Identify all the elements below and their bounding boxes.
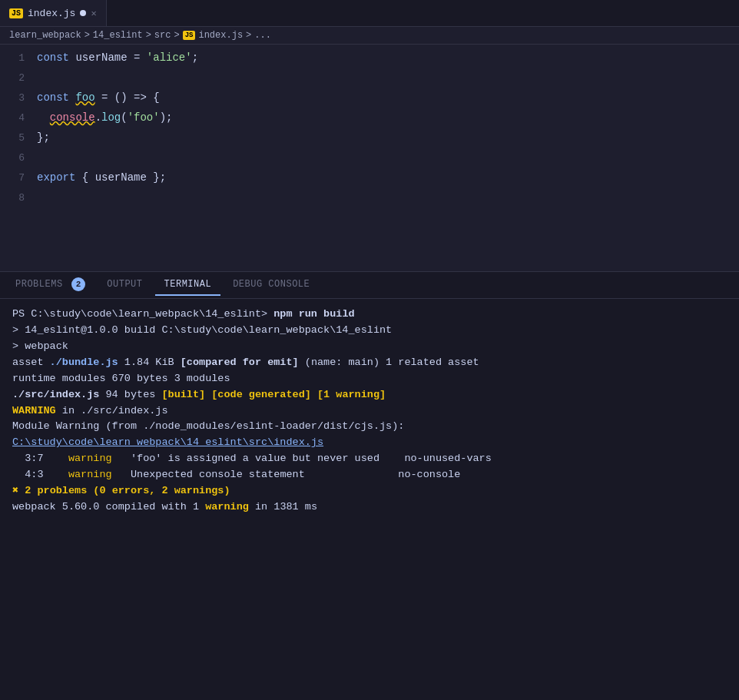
tab-terminal[interactable]: TERMINAL — [155, 274, 221, 296]
terminal-webpack-compiled: webpack 5.60.0 compiled with 1 warning i… — [12, 499, 727, 516]
breadcrumb-js-icon: JS — [183, 31, 196, 40]
tab-debug-console[interactable]: DEBUG CONSOLE — [224, 274, 319, 296]
line-number-7: 7 — [0, 171, 37, 187]
terminal-content: PS C:\study\code\learn_webpack\14_eslint… — [0, 299, 739, 700]
terminal-build2: > webpack — [12, 339, 727, 355]
breadcrumb-sep3: > — [174, 30, 179, 41]
terminal-module-warning: Module Warning (from ./node_modules/esli… — [12, 419, 727, 435]
terminal-build1: > 14_eslint@1.0.0 build C:\study\code\le… — [12, 323, 727, 339]
line-number-1: 1 — [0, 51, 37, 67]
code-editor: 1 const userName = 'alice'; 2 3 const fo… — [0, 45, 739, 271]
breadcrumb-ellipsis: ... — [254, 30, 271, 41]
tab-output[interactable]: OUTPUT — [98, 274, 151, 296]
line-number-8: 8 — [0, 191, 37, 207]
breadcrumb-sep2: > — [146, 30, 151, 41]
breadcrumb: learn_webpack > 14_eslint > src > JS ind… — [0, 27, 739, 45]
terminal-warning-header: WARNING in ./src/index.js — [12, 403, 727, 420]
terminal-srcjs: ./src/index.js 94 bytes [built] [code ge… — [12, 387, 727, 403]
code-line-8: 8 — [0, 189, 739, 209]
line-content-2 — [37, 69, 43, 86]
line-number-6: 6 — [0, 151, 37, 167]
panel: PROBLEMS 2 OUTPUT TERMINAL DEBUG CONSOLE… — [0, 271, 739, 700]
line-number-2: 2 — [0, 71, 37, 87]
breadcrumb-src: src — [154, 30, 171, 41]
terminal-runtime: runtime modules 670 bytes 3 modules — [12, 371, 727, 387]
breadcrumb-sep4: > — [246, 30, 251, 41]
code-line-5: 5 }; — [0, 129, 739, 149]
tab-output-label: OUTPUT — [107, 279, 142, 290]
code-line-7: 7 export { userName }; — [0, 169, 739, 189]
tab-index-js[interactable]: JS index.js ✕ — [0, 0, 107, 26]
line-content-4: console.log('foo'); — [37, 109, 172, 126]
breadcrumb-filename: index.js — [198, 30, 243, 41]
line-number-3: 3 — [0, 91, 37, 107]
tab-dirty-indicator — [80, 10, 86, 16]
js-icon: JS — [9, 8, 23, 18]
line-number-4: 4 — [0, 111, 37, 127]
code-line-3: 3 const foo = () => { — [0, 89, 739, 109]
line-content-1: const userName = 'alice'; — [37, 49, 198, 66]
breadcrumb-14eslint: 14_eslint — [93, 30, 143, 41]
tab-filename: index.js — [28, 8, 75, 19]
code-line-2: 2 — [0, 69, 739, 89]
tab-terminal-label: TERMINAL — [164, 279, 212, 290]
line-content-6 — [37, 149, 43, 166]
code-line-6: 6 — [0, 149, 739, 169]
tab-close-icon[interactable]: ✕ — [91, 8, 96, 19]
line-number-5: 5 — [0, 131, 37, 147]
problems-badge: 2 — [71, 277, 85, 291]
terminal-problems-count: ✖ 2 problems (0 errors, 2 warnings) — [12, 483, 727, 499]
tab-debug-label: DEBUG CONSOLE — [233, 279, 310, 290]
code-line-4: 4 console.log('foo'); — [0, 109, 739, 129]
terminal-cmd: PS C:\study\code\learn_webpack\14_eslint… — [12, 307, 727, 323]
terminal-file-link[interactable]: C:\study\code\learn_webpack\14_eslint\sr… — [12, 435, 727, 451]
panel-tabs: PROBLEMS 2 OUTPUT TERMINAL DEBUG CONSOLE — [0, 272, 739, 299]
code-line-1: 1 const userName = 'alice'; — [0, 49, 739, 69]
breadcrumb-learn-webpack: learn_webpack — [9, 30, 81, 41]
terminal-warn2: 4:3 warning Unexpected console statement… — [12, 467, 727, 483]
terminal-asset-line: asset ./bundle.js 1.84 KiB [compared for… — [12, 355, 727, 371]
line-content-7: export { userName }; — [37, 169, 166, 186]
tab-bar: JS index.js ✕ — [0, 0, 739, 27]
breadcrumb-sep1: > — [85, 30, 90, 41]
tab-problems[interactable]: PROBLEMS 2 — [6, 273, 94, 297]
terminal-warn1: 3:7 warning 'foo' is assigned a value bu… — [12, 451, 727, 467]
line-content-3: const foo = () => { — [37, 89, 160, 106]
line-content-8 — [37, 189, 43, 206]
tab-problems-label: PROBLEMS — [15, 279, 63, 290]
line-content-5: }; — [37, 129, 50, 146]
